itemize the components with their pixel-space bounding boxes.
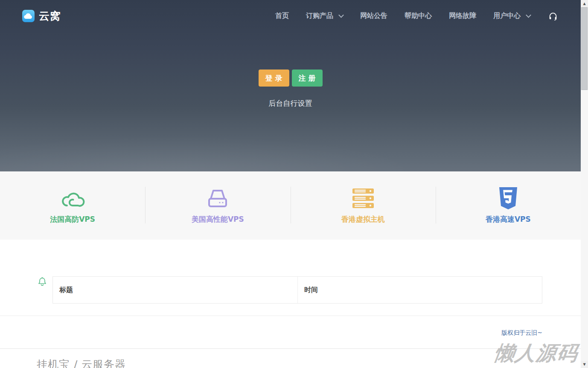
hero-banner: 云窝 首页 订购产品 网站公告 帮助中心 网络故障	[0, 0, 581, 171]
scrollbar-down-arrow-icon[interactable]: ▼	[581, 361, 588, 368]
chevron-down-icon	[338, 12, 344, 18]
nav-item-label: 首页	[275, 12, 289, 20]
page: 云窝 首页 订购产品 网站公告 帮助中心 网络故障	[0, 0, 581, 368]
chevron-down-icon	[526, 12, 531, 18]
brand-name: 云窝	[39, 9, 61, 23]
nav-item-label: 帮助中心	[405, 12, 432, 20]
nav-item-label: 用户中心	[493, 12, 521, 20]
cloud-icon	[59, 186, 86, 211]
nav-item-label: 订购产品	[306, 12, 333, 20]
nav-menu: 首页 订购产品 网站公告 帮助中心 网络故障 用户中心	[275, 0, 558, 32]
divider	[0, 348, 581, 349]
feature-band: 法国高防VPS 美国高性能VPS	[0, 171, 581, 240]
nav-item-network-status[interactable]: 网络故障	[449, 12, 476, 20]
harddrive-icon	[205, 186, 230, 211]
announcements-table: 标题 时间	[52, 276, 542, 304]
headset-icon[interactable]	[548, 12, 558, 21]
bell-icon	[38, 277, 47, 288]
nav-item-user-center[interactable]: 用户中心	[493, 12, 530, 20]
server-stack-icon	[351, 186, 376, 211]
vertical-scrollbar[interactable]: ▲ ▼	[581, 0, 588, 368]
hero-auth-buttons: 登 录 注 册	[0, 70, 581, 87]
register-button[interactable]: 注 册	[292, 70, 323, 87]
html5-shield-icon	[498, 186, 518, 211]
scrollbar-thumb[interactable]	[581, 7, 588, 90]
feature-france-vps[interactable]: 法国高防VPS	[0, 171, 145, 240]
top-navbar: 云窝 首页 订购产品 网站公告 帮助中心 网络故障	[0, 0, 581, 32]
brand-logo[interactable]: 云窝	[22, 0, 61, 32]
hero-haze	[0, 120, 581, 171]
feature-label: 法国高防VPS	[50, 214, 95, 224]
feature-usa-vps[interactable]: 美国高性能VPS	[145, 171, 290, 240]
scrollbar-up-arrow-icon[interactable]: ▲	[581, 0, 588, 7]
hero-subtitle: 后台自行设置	[0, 99, 581, 108]
nav-item-help-center[interactable]: 帮助中心	[405, 12, 432, 20]
nav-item-products[interactable]: 订购产品	[306, 12, 343, 20]
section-heading: 挂机宝 / 云服务器	[37, 357, 126, 368]
feature-hk-fast-vps[interactable]: 香港高速VPS	[436, 171, 581, 240]
announcements-column-title: 标题	[53, 277, 298, 303]
feature-label: 香港虚拟主机	[341, 214, 385, 224]
nav-item-announcements[interactable]: 网站公告	[360, 12, 387, 20]
login-button[interactable]: 登 录	[259, 70, 289, 87]
copyright-link[interactable]: 版权归于云旧~	[501, 329, 542, 337]
divider	[0, 316, 581, 316]
cloud-logo-icon	[22, 10, 35, 22]
nav-item-label: 网站公告	[360, 12, 387, 20]
nav-item-home[interactable]: 首页	[275, 12, 289, 20]
nav-item-label: 网络故障	[449, 12, 476, 20]
announcements-column-time: 时间	[298, 277, 542, 303]
feature-label: 美国高性能VPS	[192, 214, 244, 224]
feature-hk-shared-hosting[interactable]: 香港虚拟主机	[291, 171, 436, 240]
watermark: 懒人源码	[493, 340, 580, 367]
feature-label: 香港高速VPS	[486, 214, 531, 224]
